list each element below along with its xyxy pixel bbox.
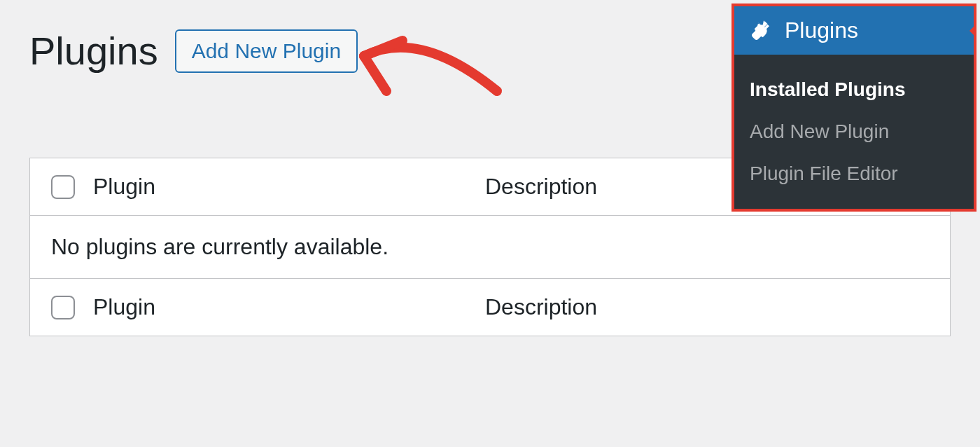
column-header-description[interactable]: Description [485, 174, 597, 200]
page-title: Plugins [29, 28, 158, 74]
checkbox-cell [51, 175, 93, 199]
plug-icon [750, 20, 772, 42]
submenu: Installed Plugins Add New Plugin Plugin … [734, 55, 974, 209]
menu-header-plugins[interactable]: Plugins [734, 6, 974, 55]
column-footer-description: Description [485, 294, 597, 320]
column-footer-plugin: Plugin [93, 294, 485, 320]
submenu-item-add-new-plugin[interactable]: Add New Plugin [734, 111, 974, 153]
menu-title: Plugins [785, 18, 858, 43]
submenu-item-plugin-file-editor[interactable]: Plugin File Editor [734, 153, 974, 195]
column-header-plugin[interactable]: Plugin [93, 174, 485, 200]
empty-state-message: No plugins are currently available. [30, 216, 950, 279]
select-all-checkbox-bottom[interactable] [51, 296, 75, 319]
add-new-plugin-button[interactable]: Add New Plugin [175, 29, 358, 73]
table-footer-row: Plugin Description [30, 279, 950, 336]
menu-pointer-icon [969, 24, 976, 38]
select-all-checkbox-top[interactable] [51, 175, 75, 199]
sidebar-menu: Plugins Installed Plugins Add New Plugin… [732, 4, 976, 212]
submenu-item-installed-plugins[interactable]: Installed Plugins [734, 69, 974, 111]
checkbox-cell [51, 296, 93, 319]
